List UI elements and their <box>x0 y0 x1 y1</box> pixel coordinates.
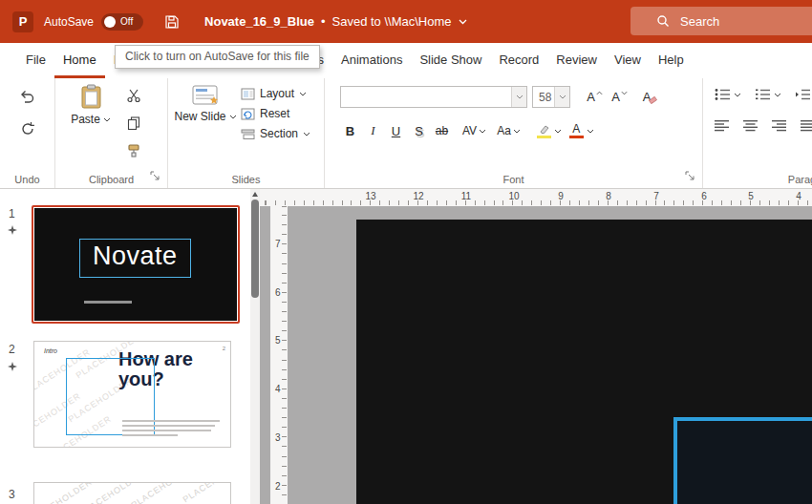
align-left-button[interactable] <box>713 117 732 134</box>
bullets-button[interactable] <box>713 86 743 103</box>
format-painter-button[interactable] <box>124 141 143 160</box>
chevron-down-icon <box>459 19 467 25</box>
copy-button[interactable] <box>124 114 143 133</box>
text-highlight-button[interactable] <box>537 120 562 141</box>
text-shadow-button[interactable]: S <box>409 120 429 141</box>
paste-button[interactable]: Paste <box>65 84 117 188</box>
tab-help[interactable]: Help <box>650 43 693 78</box>
autosave-tooltip: Click to turn on AutoSave for this file <box>115 45 320 69</box>
thumbnail-scrollbar[interactable] <box>250 189 260 504</box>
redo-button[interactable] <box>17 118 38 139</box>
tab-home[interactable]: Home <box>54 43 105 78</box>
ruler-number: 13 <box>365 191 375 201</box>
powerpoint-logo-icon[interactable]: P <box>12 11 33 32</box>
section-button[interactable]: Section <box>241 127 310 140</box>
slide-thumbnail-2[interactable]: PLACEHOLDER PLACEHOLDER PLACEHOLDER PLAC… <box>33 341 231 448</box>
paragraph-row-2 <box>713 117 812 134</box>
blue-bordered-shape[interactable] <box>673 417 812 504</box>
animation-star-icon[interactable] <box>8 362 17 371</box>
undo-button[interactable] <box>17 86 38 107</box>
tab-review[interactable]: Review <box>547 43 606 78</box>
slide-1-number: 1 <box>9 207 15 220</box>
ruler-number: 4 <box>275 384 281 394</box>
clear-formatting-button[interactable]: A <box>640 87 660 108</box>
title-separator: • <box>321 14 326 29</box>
combo-arrow[interactable] <box>554 87 569 107</box>
shrink-font-button[interactable]: A <box>609 87 630 108</box>
slide-editing-canvas[interactable]: 13 12 11 10 9 8 7 6 5 4 7 6 5 4 3 2 <box>260 189 812 504</box>
tab-file[interactable]: File <box>17 43 54 78</box>
highlight-icon <box>537 124 551 138</box>
combo-arrow[interactable] <box>511 87 526 107</box>
ruler-ticks <box>260 200 812 205</box>
paragraph-row-1 <box>713 86 812 103</box>
underline-button[interactable]: U <box>386 120 406 141</box>
tab-view[interactable]: View <box>606 43 650 78</box>
chevron-down-icon <box>554 129 562 134</box>
shrink-font-letter: A <box>611 90 620 104</box>
chevron-down-icon <box>774 93 781 97</box>
slide-thumbnail-3[interactable]: PLACEHOLDER PLACEHOLDER PLACEHOLDER PLAC… <box>33 482 231 504</box>
font-name-combobox[interactable] <box>340 86 527 108</box>
format-painter-icon <box>126 143 141 158</box>
ruler-number: 5 <box>275 335 281 346</box>
justify-button[interactable] <box>799 117 812 134</box>
numbered-list-icon <box>755 88 771 101</box>
eraser-icon <box>649 95 657 104</box>
chevron-down-icon <box>516 94 524 99</box>
font-color-letter: A <box>572 123 580 135</box>
paragraph-group-label: Paragraph <box>703 174 812 185</box>
layout-icon <box>241 88 255 100</box>
reset-button[interactable]: Reset <box>241 107 310 120</box>
ruler-number: 11 <box>461 191 471 201</box>
chevron-down-icon <box>303 132 310 136</box>
new-slide-button[interactable]: New Slide <box>180 84 231 188</box>
numbering-button[interactable] <box>753 86 783 103</box>
new-slide-label: New Slide <box>174 110 225 123</box>
section-label: Section <box>260 127 298 140</box>
titlebar: P AutoSave Off Novate_16_9_Blue • Saved … <box>0 0 812 43</box>
ruler-number: 3 <box>275 432 281 443</box>
tab-animations[interactable]: Animations <box>332 43 411 78</box>
tab-record[interactable]: Record <box>490 43 547 78</box>
search-bar[interactable]: Search <box>630 7 812 35</box>
chevron-down-icon <box>513 129 521 134</box>
ruler-number: 6 <box>275 287 281 298</box>
grow-font-button[interactable]: A <box>585 87 605 108</box>
case-letters: Aa <box>497 124 511 137</box>
bold-button[interactable]: B <box>340 120 360 141</box>
slide-2-section-label: Intro <box>44 347 57 354</box>
justify-icon <box>801 119 812 132</box>
layout-button[interactable]: Layout <box>241 87 310 100</box>
chevron-down-icon <box>734 93 741 97</box>
document-title[interactable]: Novate_16_9_Blue • Saved to \\Mac\Home <box>204 14 466 29</box>
font-size-combobox[interactable]: 58 <box>532 86 570 108</box>
slide-1-subtitle-bar <box>84 301 132 304</box>
grow-font-letter: A <box>587 90 595 104</box>
ruler-number: 6 <box>701 191 707 201</box>
align-center-button[interactable] <box>741 117 760 134</box>
font-color-swatch <box>569 136 584 138</box>
current-slide[interactable] <box>356 220 812 504</box>
change-case-button[interactable]: Aa <box>497 120 521 141</box>
highlight-color-swatch <box>537 136 551 138</box>
chevron-down-icon <box>229 115 237 119</box>
italic-button[interactable]: I <box>363 120 383 141</box>
search-label: Search <box>680 14 719 29</box>
animation-star-icon[interactable] <box>8 225 17 235</box>
search-icon <box>656 14 670 28</box>
save-icon[interactable] <box>164 14 180 30</box>
indent-button[interactable] <box>793 86 812 103</box>
strikethrough-button[interactable]: ab <box>432 120 452 141</box>
ruler-ticks <box>282 206 287 504</box>
font-color-button[interactable]: A <box>569 120 594 141</box>
cut-button[interactable] <box>124 86 143 105</box>
ruler-number: 2 <box>275 481 281 492</box>
autosave-toggle[interactable]: Off <box>101 13 143 31</box>
align-right-button[interactable] <box>770 117 789 134</box>
scroll-up-arrow[interactable] <box>252 192 258 197</box>
character-spacing-button[interactable]: AV <box>462 120 486 141</box>
slide-thumbnail-1[interactable]: Novate <box>32 205 240 324</box>
scrollbar-thumb[interactable] <box>251 200 259 298</box>
tab-slide-show[interactable]: Slide Show <box>411 43 490 78</box>
